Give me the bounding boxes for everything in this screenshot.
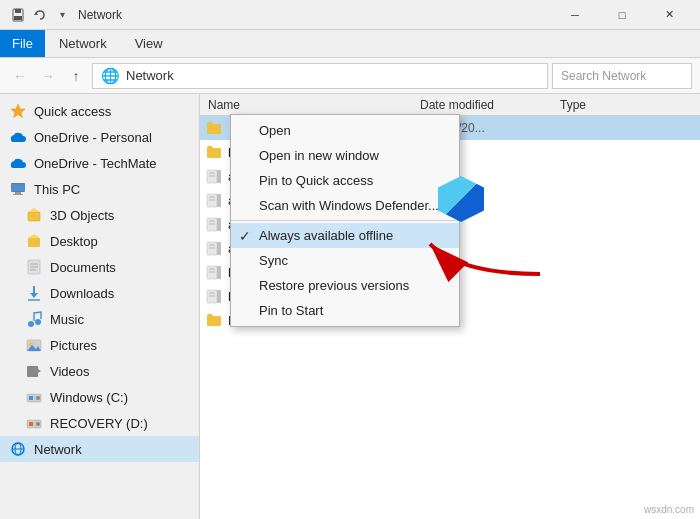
sidebar-item-documents[interactable]: Documents (0, 254, 199, 280)
cm-item-open-new-window[interactable]: Open in new window (231, 143, 459, 168)
music-icon (24, 309, 44, 329)
file-list-header: Name Date modified Type (200, 94, 700, 116)
svg-rect-30 (29, 422, 33, 426)
forward-button[interactable]: → (36, 64, 60, 88)
cm-item-pin-to-start[interactable]: Pin to Start (231, 298, 459, 323)
windows-c-icon (24, 387, 44, 407)
qat-save[interactable] (8, 5, 28, 25)
svg-rect-1 (15, 9, 21, 13)
svg-rect-43 (207, 218, 217, 231)
sidebar-item-quick-access[interactable]: Quick access (0, 98, 199, 124)
svg-point-20 (35, 319, 41, 325)
cm-checkmark (239, 228, 251, 244)
cm-item-open[interactable]: Open (231, 118, 459, 143)
cm-item-pin-quick-access[interactable]: Pin to Quick access (231, 168, 459, 193)
svg-marker-12 (28, 234, 40, 238)
sidebar-item-this-pc[interactable]: This PC (0, 176, 199, 202)
cm-item-label: Open (259, 123, 291, 138)
cm-item-label: Pin to Quick access (259, 173, 373, 188)
svg-rect-52 (217, 266, 221, 279)
onedrive-personal-icon (8, 127, 28, 147)
title-bar: ▾ Network ─ □ ✕ (0, 0, 700, 30)
network-tab[interactable]: Network (45, 30, 121, 57)
network-icon (8, 439, 28, 459)
qat-undo[interactable] (30, 5, 50, 25)
svg-rect-51 (207, 266, 217, 279)
ribbon: File Network View (0, 30, 700, 58)
pictures-label: Pictures (50, 338, 97, 353)
cm-item-label: Scan with Windows Defender... (259, 198, 439, 213)
videos-label: Videos (50, 364, 90, 379)
qat-dropdown[interactable]: ▾ (52, 5, 72, 25)
documents-icon (24, 257, 44, 277)
col-name-header: Name (200, 98, 420, 112)
svg-rect-7 (15, 192, 21, 194)
file-icon (204, 118, 224, 138)
file-icon (204, 214, 224, 234)
file-menu[interactable]: File (0, 30, 45, 57)
sidebar-item-3d-objects[interactable]: 3D Objects (0, 202, 199, 228)
address-path-text: Network (126, 68, 174, 83)
sidebar-item-windows-c[interactable]: Windows (C:) (0, 384, 199, 410)
cm-item-sync[interactable]: Sync› (231, 248, 459, 273)
sidebar-item-onedrive-personal[interactable]: OneDrive - Personal (0, 124, 199, 150)
watermark: wsxdn.com (644, 504, 694, 515)
svg-rect-40 (217, 194, 221, 207)
file-icon (204, 190, 224, 210)
videos-icon (24, 361, 44, 381)
svg-point-28 (36, 396, 40, 400)
this-pc-icon (8, 179, 28, 199)
onedrive-personal-label: OneDrive - Personal (34, 130, 152, 145)
cm-submenu-arrow: › (439, 254, 443, 268)
main-area: Quick accessOneDrive - PersonalOneDrive … (0, 94, 700, 519)
title-text: Network (78, 8, 122, 22)
col-type-header: Type (560, 98, 680, 112)
search-placeholder: Search Network (561, 69, 646, 83)
svg-rect-24 (27, 366, 38, 377)
file-icon (204, 310, 224, 330)
svg-rect-9 (28, 212, 40, 221)
svg-rect-36 (217, 170, 221, 183)
svg-rect-6 (11, 184, 25, 191)
sidebar-item-music[interactable]: Music (0, 306, 199, 332)
cm-item-restore-previous[interactable]: Restore previous versions (231, 273, 459, 298)
svg-rect-56 (217, 290, 221, 303)
sidebar-item-onedrive-techmate[interactable]: OneDrive - TechMate (0, 150, 199, 176)
cm-item-label: Open in new window (259, 148, 379, 163)
view-tab[interactable]: View (121, 30, 177, 57)
close-button[interactable]: ✕ (646, 0, 692, 30)
cm-separator (231, 220, 459, 221)
svg-point-31 (36, 422, 40, 426)
onedrive-techmate-icon (8, 153, 28, 173)
minimize-button[interactable]: ─ (552, 0, 598, 30)
sidebar-item-pictures[interactable]: Pictures (0, 332, 199, 358)
file-icon (204, 142, 224, 162)
sidebar-item-videos[interactable]: Videos (0, 358, 199, 384)
desktop-label: Desktop (50, 234, 98, 249)
svg-rect-47 (207, 242, 217, 255)
cm-item-scan-defender[interactable]: Scan with Windows Defender... (231, 193, 459, 218)
svg-rect-55 (207, 290, 217, 303)
music-label: Music (50, 312, 84, 327)
windows-c-label: Windows (C:) (50, 390, 128, 405)
sidebar-item-network[interactable]: Network (0, 436, 199, 462)
sidebar-item-desktop[interactable]: Desktop (0, 228, 199, 254)
up-button[interactable]: ↑ (64, 64, 88, 88)
svg-rect-2 (14, 16, 22, 20)
sidebar-item-downloads[interactable]: Downloads (0, 280, 199, 306)
search-box[interactable]: Search Network (552, 63, 692, 89)
back-button[interactable]: ← (8, 64, 32, 88)
maximize-button[interactable]: □ (599, 0, 645, 30)
cm-item-label: Always available offline (259, 228, 393, 243)
svg-marker-25 (38, 369, 41, 373)
downloads-label: Downloads (50, 286, 114, 301)
cm-item-label: Pin to Start (259, 303, 323, 318)
cm-item-always-available-offline[interactable]: Always available offline (231, 223, 459, 248)
svg-rect-44 (217, 218, 221, 231)
onedrive-techmate-label: OneDrive - TechMate (34, 156, 157, 171)
sidebar-item-recovery-d[interactable]: RECOVERY (D:) (0, 410, 199, 436)
address-path[interactable]: 🌐 Network (92, 63, 548, 89)
quick-access-toolbar: ▾ (8, 5, 72, 25)
svg-marker-4 (11, 104, 25, 118)
svg-rect-35 (207, 170, 217, 183)
